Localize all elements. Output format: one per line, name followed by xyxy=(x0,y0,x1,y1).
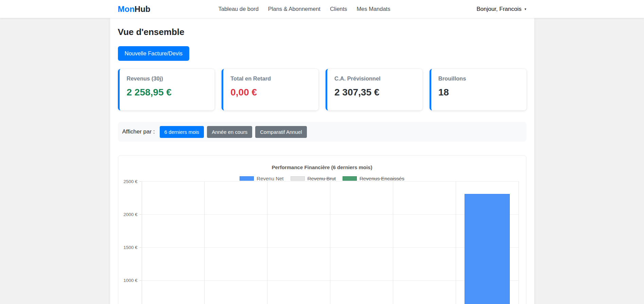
x-gridline xyxy=(330,181,330,304)
filter-button-comparatif-annuel[interactable]: Comparatif Annuel xyxy=(255,126,307,138)
y-axis-line xyxy=(142,181,142,304)
stat-label: Brouillons xyxy=(438,75,519,82)
new-invoice-button[interactable]: Nouvelle Facture/Devis xyxy=(118,46,190,61)
legend-item[interactable]: Revenu Net xyxy=(240,176,283,181)
stat-value: 18 xyxy=(438,87,519,98)
stat-value: 2 258,95 € xyxy=(127,87,208,98)
filter-button-6-derniers-mois[interactable]: 6 derniers mois xyxy=(160,126,204,138)
top-navbar: MonHub Tableau de bord Plans & Abonnemen… xyxy=(0,0,644,18)
filter-button-annee-en-cours[interactable]: Année en cours xyxy=(207,126,252,138)
y-tick-mark xyxy=(139,280,141,281)
x-gridline xyxy=(519,181,519,304)
stat-label: Revenus (30j) xyxy=(127,75,208,82)
y-tick-mark xyxy=(139,181,141,182)
user-menu[interactable]: Bonjour, Francois ▾ xyxy=(476,6,526,13)
x-gridline xyxy=(456,181,456,304)
stat-card-brouillons: Brouillons 18 xyxy=(430,69,526,110)
main-nav: Tableau de bord Plans & Abonnement Clien… xyxy=(218,6,390,12)
filter-label: Afficher par : xyxy=(122,128,155,135)
logo-part-blue: Mon xyxy=(118,4,135,14)
stat-label: C.A. Prévisionnel xyxy=(334,75,415,82)
legend-label: Revenus Encaissés xyxy=(360,176,404,181)
main-content: Vue d'ensemble Nouvelle Facture/Devis Re… xyxy=(110,18,534,304)
chart-plot: 2500 €2000 €1500 €1000 € xyxy=(142,181,519,304)
stat-value: 0,00 € xyxy=(230,87,311,98)
x-gridline xyxy=(267,181,267,304)
app-logo[interactable]: MonHub xyxy=(118,4,151,14)
nav-item-plans-abonnement[interactable]: Plans & Abonnement xyxy=(268,6,320,12)
page-title: Vue d'ensemble xyxy=(118,27,526,37)
legend-swatch-revenus-encaisses xyxy=(343,176,357,181)
stat-card-total-en-retard: Total en Retard 0,00 € xyxy=(222,69,318,110)
legend-item[interactable]: Revenu Brut xyxy=(291,176,336,181)
logo-part-dark: Hub xyxy=(135,4,151,14)
chart-legend: Revenu Net Revenu Brut Revenus Encaissés xyxy=(118,176,526,181)
user-greeting: Bonjour, Francois xyxy=(476,6,521,13)
bar-revenu-net xyxy=(465,194,510,304)
legend-label: Revenu Brut xyxy=(308,176,336,181)
y-tick-mark xyxy=(139,214,141,215)
nav-item-mes-mandats[interactable]: Mes Mandats xyxy=(356,6,390,12)
chevron-down-icon: ▾ xyxy=(524,7,526,11)
y-axis-label: 1500 € xyxy=(123,245,137,250)
performance-chart-card: Performance Financière (6 derniers mois)… xyxy=(118,155,526,304)
y-axis-label: 1000 € xyxy=(123,278,137,283)
stat-value: 2 307,35 € xyxy=(334,87,415,98)
y-tick-mark xyxy=(139,247,141,248)
stat-cards-row: Revenus (30j) 2 258,95 € Total en Retard… xyxy=(118,69,526,110)
legend-swatch-revenu-brut xyxy=(291,176,305,181)
stat-card-revenus-30j: Revenus (30j) 2 258,95 € xyxy=(118,69,215,110)
legend-item[interactable]: Revenus Encaissés xyxy=(343,176,404,181)
x-gridline xyxy=(204,181,205,304)
nav-item-tableau-de-bord[interactable]: Tableau de bord xyxy=(218,6,258,12)
legend-swatch-revenu-net xyxy=(240,176,254,181)
stat-card-ca-previsionnel: C.A. Prévisionnel 2 307,35 € xyxy=(326,69,422,110)
y-axis-label: 2500 € xyxy=(123,179,137,184)
stat-label: Total en Retard xyxy=(230,75,311,82)
legend-label: Revenu Net xyxy=(257,176,283,181)
chart-title: Performance Financière (6 derniers mois) xyxy=(118,164,526,170)
y-axis-label: 2000 € xyxy=(123,212,137,217)
period-filter-bar: Afficher par : 6 derniers mois Année en … xyxy=(118,122,526,142)
x-gridline xyxy=(393,181,393,304)
nav-item-clients[interactable]: Clients xyxy=(330,6,347,12)
